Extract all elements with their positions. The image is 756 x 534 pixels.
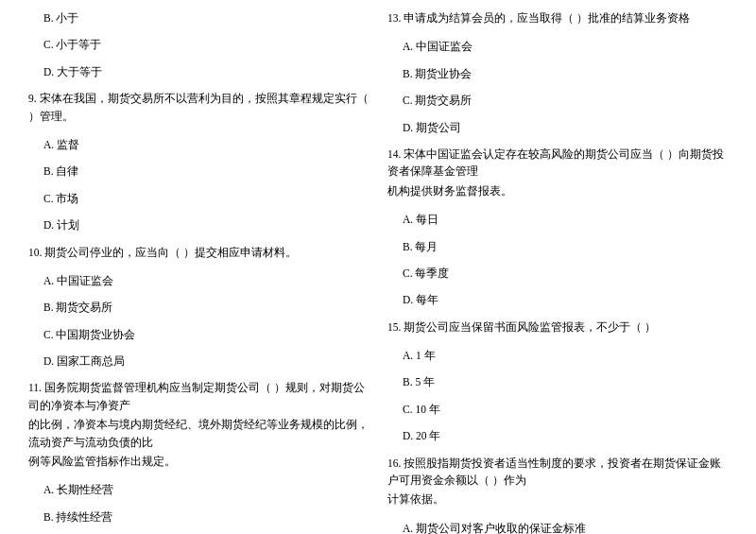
text-line-q15b-0: B. 5 年 — [387, 373, 728, 390]
text-line-q16-0: 16. 按照股指期货投资者适当性制度的要求，投资者在期货保证金账户可用资金余额以… — [387, 455, 728, 490]
question-item-q10d: D. 国家工商总局 — [28, 353, 369, 370]
text-line-q15c-0: C. 10 年 — [387, 401, 728, 418]
text-line-q14-0: 14. 宋体中国证监会认定存在较高风险的期货公司应当（ ）向期货投资者保障基金管… — [387, 146, 728, 181]
text-line-q9d-0: D. 计划 — [28, 216, 369, 233]
question-item-q9c: C. 市场 — [28, 190, 369, 207]
text-line-q9b-0: B. 自律 — [28, 163, 369, 180]
question-item-q13b: B. 期货业协会 — [387, 65, 728, 82]
text-line-q11b-0: B. 持续性经营 — [28, 508, 369, 525]
text-line-q9c-0: C. 市场 — [28, 190, 369, 207]
text-line-q_b-0: B. 小于 — [28, 9, 369, 26]
text-line-q9a-0: A. 监督 — [28, 136, 369, 153]
text-line-q15-0: 15. 期货公司应当保留书面风险监管报表，不少于（ ） — [387, 319, 728, 336]
text-line-q11-2: 例等风险监管指标作出规定。 — [28, 453, 369, 470]
text-line-q16-1: 计算依据。 — [387, 491, 728, 508]
question-item-q14d: D. 每年 — [387, 291, 728, 308]
question-item-q10: 10. 期货公司停业的，应当向（ ）提交相应申请材料。 — [28, 244, 369, 263]
question-item-q13d: D. 期货公司 — [387, 119, 728, 136]
question-item-q10c: C. 中国期货业协会 — [28, 326, 369, 343]
text-line-q14a-0: A. 每日 — [387, 211, 728, 228]
question-item-q10a: A. 中国证监会 — [28, 272, 369, 289]
text-line-q13b-0: B. 期货业协会 — [387, 65, 728, 82]
text-line-q10c-0: C. 中国期货业协会 — [28, 326, 369, 343]
question-item-q9: 9. 宋体在我国，期货交易所不以营利为目的，按照其章程规定实行（ ）管理。 — [28, 90, 369, 127]
text-line-q15a-0: A. 1 年 — [387, 347, 728, 364]
text-line-q15d-0: D. 20 年 — [387, 427, 728, 444]
text-line-q11-1: 的比例，净资本与境内期货经纪、境外期货经纪等业务规模的比例，流动资产与流动负债的… — [28, 416, 369, 451]
question-item-q_c: C. 小于等于 — [28, 36, 369, 53]
text-line-q13c-0: C. 期货交易所 — [387, 92, 728, 109]
question-item-q9d: D. 计划 — [28, 216, 369, 233]
text-line-q16a-0: A. 期货公司对客户收取的保证金标准 — [387, 520, 728, 534]
text-line-q14-1: 机构提供财务监督报表。 — [387, 182, 728, 199]
text-line-q13d-0: D. 期货公司 — [387, 119, 728, 136]
question-item-q16: 16. 按照股指期货投资者适当性制度的要求，投资者在期货保证金账户可用资金余额以… — [387, 455, 728, 510]
question-item-q11a: A. 长期性经营 — [28, 481, 369, 498]
question-item-q15a: A. 1 年 — [387, 347, 728, 364]
question-item-q15: 15. 期货公司应当保留书面风险监管报表，不少于（ ） — [387, 319, 728, 337]
question-item-q13c: C. 期货交易所 — [387, 92, 728, 109]
question-item-q15b: B. 5 年 — [387, 373, 728, 390]
question-item-q14b: B. 每月 — [387, 238, 728, 255]
text-line-q13a-0: A. 中国证监会 — [387, 38, 728, 55]
left-column: B. 小于C. 小于等于D. 大于等于9. 宋体在我国，期货交易所不以营利为目的… — [28, 9, 369, 534]
question-item-q13a: A. 中国证监会 — [387, 38, 728, 55]
question-item-q9a: A. 监督 — [28, 136, 369, 153]
text-line-q14b-0: B. 每月 — [387, 238, 728, 255]
text-line-q10a-0: A. 中国证监会 — [28, 272, 369, 289]
text-line-q10-0: 10. 期货公司停业的，应当向（ ）提交相应申请材料。 — [28, 244, 369, 261]
question-item-q16a: A. 期货公司对客户收取的保证金标准 — [387, 520, 728, 534]
text-line-q9-0: 9. 宋体在我国，期货交易所不以营利为目的，按照其章程规定实行（ ）管理。 — [28, 90, 369, 125]
question-item-q15c: C. 10 年 — [387, 401, 728, 418]
text-line-q14d-0: D. 每年 — [387, 291, 728, 308]
question-item-q15d: D. 20 年 — [387, 427, 728, 444]
question-item-q14c: C. 每季度 — [387, 265, 728, 282]
text-line-q_d-0: D. 大于等于 — [28, 63, 369, 80]
question-item-q_b: B. 小于 — [28, 9, 369, 26]
question-item-q9b: B. 自律 — [28, 163, 369, 180]
text-line-q11a-0: A. 长期性经营 — [28, 481, 369, 498]
text-line-q_c-0: C. 小于等于 — [28, 36, 369, 53]
text-line-q10d-0: D. 国家工商总局 — [28, 353, 369, 370]
text-line-q13-0: 13. 申请成为结算会员的，应当取得（ ）批准的结算业务资格 — [387, 9, 728, 26]
question-item-q13: 13. 申请成为结算会员的，应当取得（ ）批准的结算业务资格 — [387, 9, 728, 28]
question-item-q14a: A. 每日 — [387, 211, 728, 228]
question-item-q14: 14. 宋体中国证监会认定存在较高风险的期货公司应当（ ）向期货投资者保障基金管… — [387, 146, 728, 201]
text-line-q11-0: 11. 国务院期货监督管理机构应当制定期货公司（ ）规则，对期货公司的净资本与净… — [28, 379, 369, 414]
question-item-q11: 11. 国务院期货监督管理机构应当制定期货公司（ ）规则，对期货公司的净资本与净… — [28, 379, 369, 472]
text-line-q14c-0: C. 每季度 — [387, 265, 728, 282]
page-content: B. 小于C. 小于等于D. 大于等于9. 宋体在我国，期货交易所不以营利为目的… — [28, 9, 728, 534]
text-line-q10b-0: B. 期货交易所 — [28, 299, 369, 316]
question-item-q10b: B. 期货交易所 — [28, 299, 369, 316]
question-item-q_d: D. 大于等于 — [28, 63, 369, 80]
right-column: 13. 申请成为结算会员的，应当取得（ ）批准的结算业务资格A. 中国证监会B.… — [387, 9, 728, 534]
question-item-q11b: B. 持续性经营 — [28, 508, 369, 525]
